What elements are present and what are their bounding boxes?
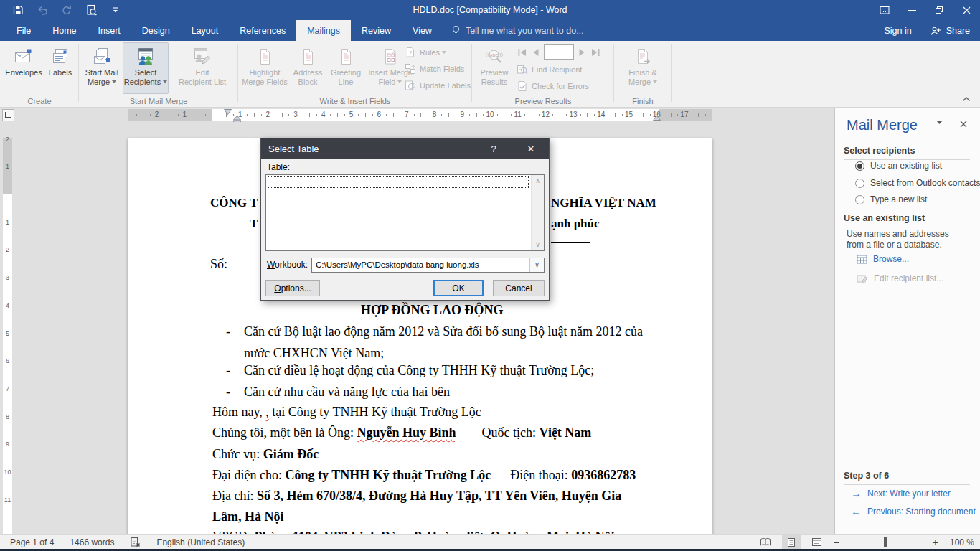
read-mode-icon[interactable] bbox=[756, 535, 775, 549]
select-recipients-button[interactable]: SelectRecipients bbox=[123, 42, 169, 94]
ribbon-group-write-insert-fields: HighlightMerge FieldsAddressBlockGreetin… bbox=[238, 41, 472, 107]
tab-layout[interactable]: Layout bbox=[181, 20, 230, 41]
ribbon-display-options-icon[interactable] bbox=[871, 0, 898, 20]
zoom-in-button[interactable]: + bbox=[933, 539, 938, 546]
document-line[interactable]: Lâm, Hà Nội bbox=[212, 509, 284, 525]
save-icon[interactable] bbox=[6, 1, 30, 19]
select-table-dialog: Select Table ? ✕ Table: ∧ ∨ Workbook: C:… bbox=[260, 138, 550, 301]
tab-references[interactable]: References bbox=[229, 20, 296, 41]
document-line[interactable]: Hôm nay, , tại Công ty TNHH Kỹ thuật Trư… bbox=[212, 404, 481, 420]
cancel-button[interactable]: Cancel bbox=[493, 280, 545, 296]
dialog-title-bar[interactable]: Select Table bbox=[261, 138, 549, 159]
first-line-indent-marker[interactable] bbox=[224, 109, 232, 115]
button-label: Match Fields bbox=[420, 65, 464, 73]
document-line[interactable]: Chúng tôi, một bên là Ông: Nguyễn Huy Bì… bbox=[212, 425, 591, 441]
envelopes-button[interactable]: Envelopes bbox=[3, 42, 44, 94]
collapse-ribbon-icon[interactable] bbox=[960, 94, 973, 104]
radio-icon[interactable] bbox=[855, 195, 864, 204]
button-label: Merge bbox=[628, 77, 657, 87]
ruler-tick bbox=[330, 114, 331, 116]
document-line[interactable]: NGHĨA VIỆT NAM bbox=[551, 194, 656, 211]
share-button[interactable]: Share bbox=[930, 26, 970, 36]
workbook-combobox[interactable]: C:\Users\MyPC\Desktop\data bang luong.xl… bbox=[311, 258, 545, 273]
web-layout-icon[interactable] bbox=[808, 535, 826, 549]
zoom-slider-thumb[interactable] bbox=[884, 537, 887, 547]
document-line[interactable]: Số: bbox=[210, 256, 227, 273]
document-line[interactable]: - bbox=[226, 324, 230, 340]
previous-step-link[interactable]: ← Previous: Starting document bbox=[851, 507, 976, 517]
ruler-tick bbox=[580, 114, 581, 116]
document-line[interactable]: ạnh phúc bbox=[551, 215, 600, 232]
document-line[interactable]: Đại diện cho: Công ty TNHH Kỹ thuật Trườ… bbox=[212, 467, 636, 484]
zoom-slider[interactable] bbox=[847, 542, 925, 542]
restore-icon[interactable] bbox=[925, 0, 953, 20]
listbox-focus-row[interactable] bbox=[268, 176, 529, 188]
tab-selector[interactable] bbox=[2, 109, 14, 121]
horizontal-ruler[interactable]: 211234567891011121314151617 bbox=[0, 108, 834, 122]
zoom-level[interactable]: 100 % bbox=[946, 537, 974, 547]
print-layout-icon[interactable] bbox=[782, 535, 801, 549]
tab-review[interactable]: Review bbox=[351, 20, 402, 41]
pane-menu-icon[interactable] bbox=[936, 121, 943, 125]
next-step-link[interactable]: → Next: Write your letter bbox=[851, 489, 951, 499]
document-line[interactable]: HỢP ĐỒNG LAO ĐỘNG bbox=[361, 302, 504, 319]
document-line[interactable]: Căn cứ Bộ luật lao động năm 2012 và Sửa … bbox=[244, 324, 643, 340]
ruler-tick bbox=[171, 113, 171, 117]
proofing-status-icon[interactable] bbox=[130, 537, 141, 547]
start-mail-merge-button[interactable]: Start MailMerge bbox=[82, 42, 122, 94]
word-count[interactable]: 1466 words bbox=[70, 537, 114, 547]
ruler-tick bbox=[303, 114, 303, 116]
browse-link[interactable]: Browse... bbox=[857, 254, 909, 264]
scroll-down-icon[interactable]: ∨ bbox=[532, 239, 544, 250]
tab-home[interactable]: Home bbox=[42, 20, 87, 41]
radio-icon[interactable] bbox=[855, 161, 864, 171]
vertical-ruler[interactable]: 211234567891011 bbox=[3, 122, 12, 534]
combo-dropdown-icon[interactable]: ∨ bbox=[529, 258, 544, 272]
document-line[interactable]: Địa chỉ: Số 3, Hẻm 670/38/4, Đường Hà Hu… bbox=[212, 488, 621, 504]
sign-in-link[interactable]: Sign in bbox=[884, 26, 911, 36]
tab-insert[interactable]: Insert bbox=[88, 20, 131, 41]
radio-type-new-list[interactable]: Type a new list bbox=[855, 194, 927, 204]
document-line[interactable]: - bbox=[226, 384, 230, 400]
customize-qat-icon[interactable] bbox=[103, 1, 128, 19]
ruler-tick bbox=[504, 113, 504, 117]
labels-button[interactable]: Labels bbox=[44, 42, 76, 94]
tab-view[interactable]: View bbox=[402, 20, 443, 41]
print-preview-icon[interactable] bbox=[79, 1, 103, 19]
dialog-close-icon[interactable]: ✕ bbox=[519, 138, 543, 159]
close-icon[interactable] bbox=[953, 0, 980, 20]
document-line[interactable]: T bbox=[250, 215, 258, 232]
ok-button[interactable]: OK bbox=[433, 280, 484, 296]
ruler-tick bbox=[365, 113, 366, 117]
pane-close-icon[interactable] bbox=[960, 121, 967, 128]
document-line[interactable]: Căn cứ nhu cầu và năng lực của hai bên bbox=[244, 384, 450, 400]
document-line[interactable]: nước CHXHCN Việt Nam; bbox=[244, 345, 384, 362]
tell-me-box[interactable]: Tell me what you want to do... bbox=[443, 20, 593, 41]
language-indicator[interactable]: English (United States) bbox=[156, 537, 245, 547]
document-line[interactable]: - bbox=[226, 362, 230, 379]
options-button[interactable]: Options... bbox=[265, 280, 320, 296]
radio-select-from-outlook[interactable]: Select from Outlook contacts bbox=[855, 178, 980, 188]
tab-mailings[interactable]: Mailings bbox=[296, 20, 351, 41]
listbox-scrollbar[interactable]: ∧ ∨ bbox=[531, 175, 544, 250]
undo-icon[interactable] bbox=[30, 1, 55, 19]
document-line[interactable]: VPGD: Phòng 1104, VP3 Linh Đàm, P. Hoàng… bbox=[212, 529, 615, 534]
table-listbox[interactable]: ∧ ∨ bbox=[265, 174, 545, 251]
redo-icon[interactable] bbox=[55, 1, 79, 19]
minimize-icon[interactable] bbox=[898, 0, 925, 20]
scroll-up-icon[interactable]: ∧ bbox=[532, 175, 544, 187]
page-indicator[interactable]: Page 1 of 4 bbox=[10, 537, 54, 547]
radio-icon[interactable] bbox=[855, 179, 864, 188]
dialog-help-icon[interactable]: ? bbox=[483, 138, 504, 159]
document-line[interactable]: CÔNG T bbox=[210, 194, 258, 211]
dropdown-caret-icon bbox=[163, 80, 167, 83]
right-indent-marker[interactable] bbox=[653, 116, 661, 121]
button-label: Find Recipient bbox=[532, 65, 582, 74]
document-line[interactable]: Căn cứ điều lệ hoạt động của Công ty THH… bbox=[244, 362, 594, 379]
ruler-tick bbox=[671, 113, 672, 117]
tab-design[interactable]: Design bbox=[131, 20, 181, 41]
document-line[interactable]: Chức vụ: Giám Đốc bbox=[212, 446, 319, 463]
tab-file[interactable]: File bbox=[6, 20, 42, 41]
radio-use-existing-list[interactable]: Use an existing list bbox=[855, 161, 942, 171]
zoom-out-button[interactable]: − bbox=[834, 539, 839, 546]
